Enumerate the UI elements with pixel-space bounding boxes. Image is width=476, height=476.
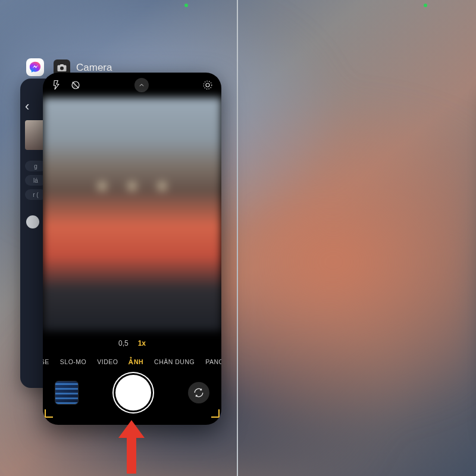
camera-viewfinder[interactable] <box>43 98 221 331</box>
focus-corner-icon <box>211 409 220 418</box>
zoom-selector[interactable]: 0,5 1x <box>43 339 221 347</box>
camera-indicator-dot <box>184 4 188 7</box>
live-photo-icon[interactable] <box>202 80 213 90</box>
night-mode-icon[interactable] <box>70 80 81 90</box>
focus-corner-icon <box>45 409 53 418</box>
last-photo-thumbnail[interactable] <box>55 381 79 405</box>
camera-indicator-dot <box>424 4 427 7</box>
camera-shutter-row <box>43 374 221 412</box>
shutter-button[interactable] <box>115 375 151 411</box>
camera-mode-row[interactable]: SE SLO-MO VIDEO ẢNH CHÂN DUNG PANO <box>43 358 221 365</box>
panel-right: Zalo ‹ Đã gửi › ☺ Aa 😊 🤍 0,5 1x SE <box>238 0 476 476</box>
flip-camera-button[interactable] <box>188 382 209 403</box>
switcher-app-label: Camera <box>76 62 112 74</box>
mode-portrait[interactable]: CHÂN DUNG <box>154 358 195 365</box>
annotation-arrow-up <box>115 416 148 476</box>
switcher-card-camera[interactable]: 0,5 1x SE SLO-MO VIDEO ẢNH CHÂN DUNG PAN… <box>43 73 221 425</box>
mode-pano[interactable]: PANO <box>205 358 221 365</box>
flash-icon[interactable] <box>51 80 62 90</box>
camera-top-bar <box>43 73 221 98</box>
zoom-wide[interactable]: 0,5 <box>118 339 129 347</box>
mode-slomo[interactable]: SLO-MO <box>60 358 86 365</box>
avatar <box>26 215 39 228</box>
mode-video[interactable]: VIDEO <box>97 358 118 365</box>
mode-photo[interactable]: ẢNH <box>129 358 143 365</box>
zoom-main[interactable]: 1x <box>138 339 146 347</box>
svg-point-3 <box>206 83 209 87</box>
panel-left: Camera ‹ g lá r ( 0,5 1x SE SLO-MO VIDEO <box>0 0 238 476</box>
chevron-up-icon[interactable] <box>134 78 149 92</box>
svg-point-4 <box>203 81 212 89</box>
messenger-app-icon[interactable] <box>26 58 44 76</box>
back-chevron-icon[interactable]: ‹ <box>25 99 29 114</box>
svg-point-0 <box>60 67 64 70</box>
mode-timelapse[interactable]: SE <box>43 358 49 365</box>
